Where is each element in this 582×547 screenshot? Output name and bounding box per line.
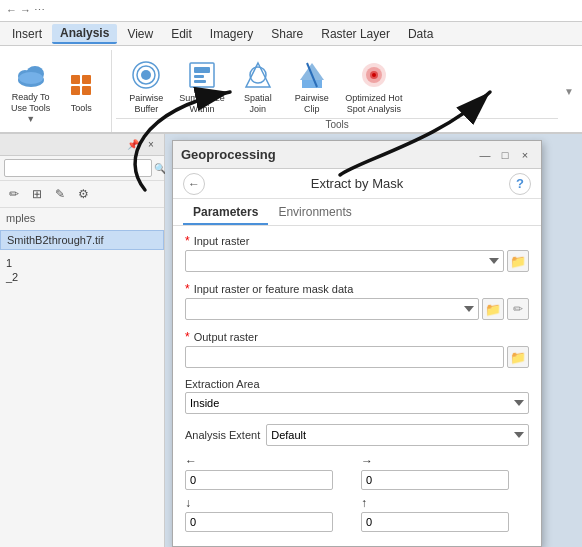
output-raster-folder-btn[interactable]: 📁 bbox=[507, 346, 529, 368]
geo-panel-title: Geoprocessing bbox=[181, 147, 276, 162]
geo-title-bar: Geoprocessing — □ × bbox=[173, 141, 541, 169]
geo-content: * Input raster 📁 * Input raster or featu… bbox=[173, 226, 541, 546]
ready-dropdown[interactable]: ▼ bbox=[26, 114, 35, 124]
down-arrow-icon: ↓ bbox=[185, 496, 191, 510]
svg-rect-6 bbox=[71, 86, 80, 95]
toolbar-row: ✏ ⊞ ✎ ⚙ bbox=[0, 181, 164, 208]
menu-raster-layer[interactable]: Raster Layer bbox=[313, 25, 398, 43]
extent-right-label: → bbox=[361, 454, 529, 468]
file-item[interactable]: SmithB2through7.tif bbox=[0, 230, 164, 250]
svg-rect-14 bbox=[194, 80, 206, 83]
tab-parameters[interactable]: Parameters bbox=[183, 199, 268, 225]
menu-imagery[interactable]: Imagery bbox=[202, 25, 261, 43]
mask-data-pencil-btn[interactable]: ✏ bbox=[507, 298, 529, 320]
menu-view[interactable]: View bbox=[119, 25, 161, 43]
input-raster-folder-btn[interactable]: 📁 bbox=[507, 250, 529, 272]
pairwise-buffer-label: PairwiseBuffer bbox=[129, 93, 163, 115]
ribbon: Ready ToUse Tools ▼ Tools bbox=[0, 46, 582, 134]
svg-rect-5 bbox=[82, 75, 91, 84]
left-arrow-icon: ← bbox=[185, 454, 197, 468]
right-arrow-icon: → bbox=[361, 454, 373, 468]
analysis-extent-label: Analysis Extent bbox=[185, 429, 260, 441]
ready-to-use-button[interactable]: Ready ToUse Tools ▼ bbox=[6, 55, 55, 127]
list-item-1: 1 bbox=[6, 256, 158, 270]
extraction-area-select[interactable]: Inside Outside bbox=[185, 392, 529, 414]
title-bar: ← → ⋯ bbox=[0, 0, 582, 22]
tools-group-label: Tools bbox=[116, 118, 558, 132]
menu-insert[interactable]: Insert bbox=[4, 25, 50, 43]
mask-data-input-row: 📁 ✏ bbox=[185, 298, 529, 320]
geo-help-button[interactable]: ? bbox=[509, 173, 531, 195]
extent-bottom-col: ↓ bbox=[185, 496, 353, 532]
extent-right-col: → bbox=[361, 454, 529, 490]
menu-share[interactable]: Share bbox=[263, 25, 311, 43]
extent-bottom-input[interactable] bbox=[185, 512, 333, 532]
optimized-hotspot-label: Optimized HotSpot Analysis bbox=[345, 93, 402, 115]
svg-point-3 bbox=[19, 72, 43, 84]
analysis-extent-select[interactable]: Default Union of Inputs Intersection of … bbox=[266, 424, 529, 446]
extent-left-input[interactable] bbox=[185, 470, 333, 490]
mask-data-folder-btn[interactable]: 📁 bbox=[482, 298, 504, 320]
extraction-area-field: Extraction Area Inside Outside bbox=[185, 378, 529, 414]
ribbon-scroll-btn[interactable]: ▼ bbox=[562, 50, 576, 132]
extent-row-1: ← → bbox=[185, 454, 529, 490]
svg-rect-4 bbox=[71, 75, 80, 84]
input-raster-select[interactable] bbox=[185, 250, 504, 272]
forward-btn[interactable]: → bbox=[20, 4, 31, 17]
tab-environments[interactable]: Environments bbox=[268, 199, 361, 225]
analysis-extent-row: Analysis Extent Default Union of Inputs … bbox=[185, 424, 529, 446]
draw-icon[interactable]: ✎ bbox=[50, 184, 70, 204]
title-bar-buttons: ← → ⋯ bbox=[6, 4, 45, 17]
menu-bar: Insert Analysis View Edit Imagery Share … bbox=[0, 22, 582, 46]
search-input[interactable] bbox=[4, 159, 152, 177]
svg-point-10 bbox=[141, 70, 151, 80]
summarize-within-button[interactable]: SummarizeWithin bbox=[174, 56, 230, 118]
input-raster-field: * Input raster 📁 bbox=[185, 234, 529, 272]
extent-left-label: ← bbox=[185, 454, 353, 468]
tools-icon bbox=[65, 69, 97, 101]
tools-label: Tools bbox=[71, 103, 92, 113]
output-raster-label: * Output raster bbox=[185, 330, 529, 344]
mask-data-select[interactable] bbox=[185, 298, 479, 320]
tools-button[interactable]: Tools bbox=[57, 66, 105, 116]
add-layer-icon[interactable]: ⊞ bbox=[27, 184, 47, 204]
panel-close-icon[interactable]: × bbox=[143, 137, 159, 153]
back-btn[interactable]: ← bbox=[6, 4, 17, 17]
extent-right-input[interactable] bbox=[361, 470, 509, 490]
menu-edit[interactable]: Edit bbox=[163, 25, 200, 43]
summarize-within-label: SummarizeWithin bbox=[179, 93, 225, 115]
svg-rect-7 bbox=[82, 86, 91, 95]
extent-bottom-label: ↓ bbox=[185, 496, 353, 510]
pairwise-clip-button[interactable]: PairwiseClip bbox=[286, 56, 338, 118]
geo-tool-title: Extract by Mask bbox=[205, 176, 509, 191]
output-raster-input[interactable] bbox=[185, 346, 504, 368]
svg-point-23 bbox=[372, 73, 376, 77]
more-btn[interactable]: ⋯ bbox=[34, 4, 45, 17]
geo-back-button[interactable]: ← bbox=[183, 173, 205, 195]
pin-icon[interactable]: 📌 bbox=[125, 137, 141, 153]
mask-data-label: * Input raster or feature mask data bbox=[185, 282, 529, 296]
geo-minimize-btn[interactable]: — bbox=[477, 147, 493, 163]
spatial-join-label: SpatialJoin bbox=[244, 93, 272, 115]
geo-maximize-btn[interactable]: □ bbox=[497, 147, 513, 163]
pairwise-clip-icon bbox=[296, 59, 328, 91]
required-star-3: * bbox=[185, 330, 190, 344]
summarize-within-icon bbox=[186, 59, 218, 91]
panel-samples-label: mples bbox=[0, 208, 164, 228]
geo-close-btn[interactable]: × bbox=[517, 147, 533, 163]
svg-rect-12 bbox=[194, 67, 210, 73]
required-star-1: * bbox=[185, 234, 190, 248]
spatial-join-button[interactable]: SpatialJoin bbox=[232, 56, 284, 118]
extent-top-label: ↑ bbox=[361, 496, 529, 510]
menu-analysis[interactable]: Analysis bbox=[52, 24, 117, 44]
up-arrow-icon: ↑ bbox=[361, 496, 367, 510]
extent-top-input[interactable] bbox=[361, 512, 509, 532]
list-item-2: _2 bbox=[6, 270, 158, 284]
settings-icon[interactable]: ⚙ bbox=[73, 184, 93, 204]
menu-data[interactable]: Data bbox=[400, 25, 441, 43]
input-raster-input-row: 📁 bbox=[185, 250, 529, 272]
edit-icon[interactable]: ✏ bbox=[4, 184, 24, 204]
search-row: 🔍 bbox=[0, 156, 164, 181]
optimized-hotspot-button[interactable]: Optimized HotSpot Analysis bbox=[340, 56, 408, 118]
pairwise-buffer-button[interactable]: PairwiseBuffer bbox=[120, 56, 172, 118]
